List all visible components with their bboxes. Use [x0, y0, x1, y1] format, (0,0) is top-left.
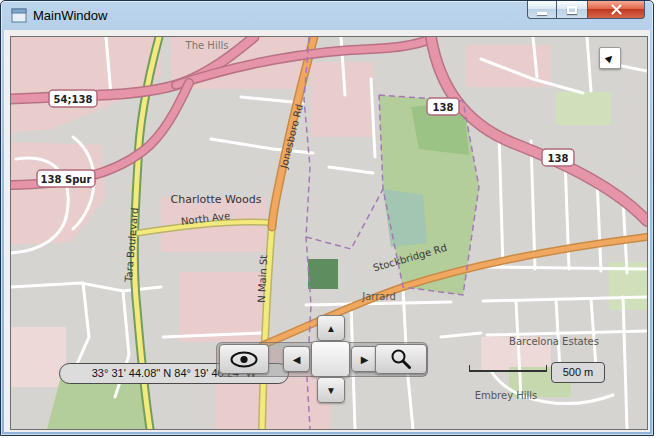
eye-view-button[interactable] — [219, 344, 269, 374]
pan-up-button[interactable]: ▲ — [317, 315, 345, 341]
minimize-icon — [537, 12, 547, 15]
map-view[interactable]: 54;138 138 Spur 138 138 — [10, 36, 648, 430]
caption-buttons — [527, 1, 645, 19]
label-jarrard: Jarrard — [361, 291, 396, 302]
titlebar[interactable]: MainWindow — [1, 1, 653, 30]
shield-138-a-label: 138 — [433, 102, 454, 113]
label-the-hills: The Hills — [185, 40, 229, 51]
shield-138-b-label: 138 — [548, 153, 569, 164]
maximize-icon — [567, 6, 577, 14]
arrow-up-icon: ▲ — [326, 323, 336, 334]
cursor-arrow-icon: ▲ — [601, 49, 619, 67]
close-button[interactable] — [587, 1, 645, 19]
label-embrey-hills: Embrey Hills — [475, 390, 538, 401]
scale-label: 500 m — [551, 362, 605, 383]
magnifier-icon — [389, 348, 413, 370]
scale-bar — [469, 365, 547, 372]
arrow-right-icon: ▶ — [361, 354, 369, 365]
close-icon — [611, 4, 622, 15]
zoom-search-button[interactable] — [375, 344, 427, 374]
pan-down-button[interactable]: ▼ — [317, 377, 345, 403]
window-title: MainWindow — [33, 8, 107, 23]
pan-center-button[interactable] — [311, 341, 350, 377]
eye-icon — [230, 351, 258, 368]
shield-138-spur: 138 Spur — [37, 170, 95, 187]
shield-54-138: 54;138 — [49, 90, 97, 107]
window-icon — [11, 8, 27, 23]
shield-138-spur-label: 138 Spur — [41, 174, 92, 185]
label-barcelona-estates: Barcelona Estates — [509, 336, 599, 347]
pan-left-button[interactable]: ◀ — [283, 346, 310, 372]
label-charlotte-woods: Charlotte Woods — [171, 193, 262, 206]
shield-138-a: 138 — [427, 98, 459, 115]
main-window: MainWindow — [0, 0, 654, 436]
arrow-down-icon: ▼ — [326, 385, 336, 396]
maximize-button[interactable] — [557, 1, 587, 19]
shield-54-138-label: 54;138 — [54, 94, 93, 105]
minimize-button[interactable] — [527, 1, 557, 19]
client-area: 54;138 138 Spur 138 138 — [4, 30, 650, 432]
pan-right-button[interactable]: ▶ — [351, 346, 378, 372]
pointer-tool-button[interactable]: ▲ — [599, 47, 621, 69]
shield-138-b: 138 — [542, 149, 574, 166]
arrow-left-icon: ◀ — [293, 354, 301, 365]
